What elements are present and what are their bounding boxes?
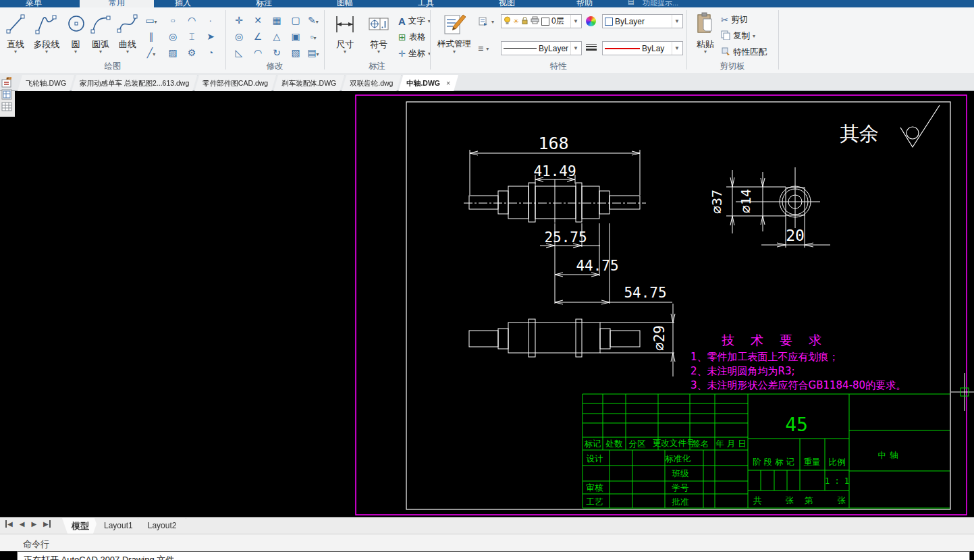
tech-line-2: 2、未注明圆角均为R3; [691, 365, 795, 377]
open-drawing-icon[interactable] [1, 77, 13, 88]
layer-tools-button[interactable]: ▾ [478, 15, 494, 28]
spin-icon[interactable]: ↻ [269, 46, 285, 60]
next-layout-icon[interactable]: ▶ [31, 520, 36, 528]
drawing-canvas[interactable]: 168 41.49 25.75 44.75 54.75 [0, 91, 974, 517]
brush-icon [721, 47, 730, 58]
array-icon[interactable]: ▦ [269, 13, 285, 28]
linetype-value: ByLayer [539, 44, 568, 53]
tb-page-label: 第 [805, 495, 813, 505]
erase-icon[interactable]: ✕ [250, 13, 266, 28]
join-icon[interactable]: ▣ [288, 30, 304, 44]
text-button-label: 文字 [408, 16, 425, 27]
rectangle-icon[interactable]: ▭▾ [143, 13, 159, 28]
donut-icon[interactable]: ◎ [165, 30, 181, 44]
wipeout-icon[interactable]: ◔ [202, 46, 219, 60]
layer-select[interactable]: ☀ 0层 ▼ [501, 14, 582, 28]
menu-tab-annotate[interactable]: 标注 [236, 0, 292, 7]
lineweight-icon[interactable] [586, 43, 597, 52]
tab-model[interactable]: 模型 [62, 518, 99, 534]
doc-tab-label: 刹车装配体.DWG [281, 79, 336, 87]
close-icon[interactable]: × [446, 79, 450, 87]
explode-icon[interactable]: ▧ [288, 46, 304, 60]
rotate-icon[interactable]: ◎ [231, 30, 247, 44]
move-icon[interactable]: ✛ [231, 13, 247, 28]
coordinate-button[interactable]: ✛ 坐标 ▾ [398, 47, 431, 60]
doc-tab-zhongzhou-active[interactable]: 中轴.DWG× [398, 75, 458, 91]
selection-icon[interactable]: ▫▾ [305, 30, 321, 44]
tb-page-unit: 张 [838, 495, 846, 505]
doc-tab-shache[interactable]: 刹车装配体.DWG [273, 75, 344, 91]
chevron-down-icon: ▼ [570, 42, 580, 55]
tab-layout1-label: Layout1 [104, 521, 133, 530]
polyline-button-label: 多段线 [30, 39, 63, 49]
command-input[interactable]: 正在打开 AutoCAD 2007 Drawing 文件 [17, 551, 970, 560]
menu-tab-menu[interactable]: 菜单 [5, 0, 62, 7]
modify-panel-label: 修改 [225, 61, 324, 72]
hatch-icon[interactable]: ▨ [165, 46, 181, 60]
menu-tab-home[interactable]: 常用 [88, 0, 145, 7]
command-window-titlebar[interactable]: 命令行 [0, 534, 974, 551]
last-layout-icon[interactable]: ▶ [43, 520, 51, 528]
menu-tab-insert[interactable]: 插入 [155, 0, 211, 7]
offset-icon[interactable]: ∠ [250, 30, 266, 44]
menu-tab-tools[interactable]: 工具 [398, 0, 454, 7]
doc-tab-lingjian[interactable]: 零件部件图CAD.dwg [194, 75, 276, 91]
doc-tab-shuanglian[interactable]: 双联齿轮.dwg [342, 75, 401, 91]
chevron-down-icon: ▾ [3, 49, 28, 55]
coordinate-icon: ✛ [398, 49, 406, 59]
gear-icon[interactable]: ⚙ [184, 46, 200, 60]
chevron-down-icon: ▾ [88, 49, 113, 55]
point-icon[interactable]: ∙ [202, 13, 219, 28]
parallel-lines-icon[interactable]: ∥ [143, 30, 159, 44]
doc-tab-feilunzhou[interactable]: 飞轮轴.DWG [18, 75, 74, 91]
tb-standardize: 标准化 [665, 453, 691, 464]
hatch-edit-icon[interactable]: ▤▾ [305, 46, 321, 60]
layer-tools-icon [478, 16, 489, 28]
mirror-icon[interactable]: △ [269, 30, 285, 44]
color-wheel-icon[interactable] [586, 16, 596, 29]
tb-stage-mark: 阶 段 标 记 [753, 457, 794, 467]
edit-icon[interactable]: ✎▾ [305, 13, 321, 28]
match-properties-button[interactable]: 特性匹配 [721, 45, 767, 59]
ellipse-icon[interactable]: ○ [165, 13, 181, 28]
text-button[interactable]: A 文字 ▾ [398, 14, 431, 28]
menu-bar: 菜单 常用 插入 标注 图幅 工具 视图 帮助 ▤ 功能提示... [0, 0, 974, 7]
surface-finish-icon [900, 105, 940, 147]
bulb-icon [504, 16, 511, 27]
linetype-select[interactable]: ByLayer ▼ [501, 41, 582, 55]
paste-button-label: 粘贴 [693, 39, 718, 49]
tb-design: 设计 [587, 453, 604, 464]
first-layout-icon[interactable]: ◀ [5, 520, 13, 528]
printer-icon [531, 16, 539, 26]
prev-layout-icon[interactable]: ◀ [20, 520, 25, 528]
lineweight-select[interactable]: ByLay ▼ [602, 41, 683, 55]
bolt-icon[interactable]: ⌶ [184, 30, 200, 44]
doc-tab-danche[interactable]: 家用动感单车 总装配图2...613.dwg [72, 75, 197, 91]
copy-button[interactable]: 复制 ▾ [721, 29, 755, 43]
pointer-icon[interactable]: ➤ [202, 30, 219, 44]
layout-frame [356, 95, 967, 515]
table-button-label: 表格 [409, 32, 426, 43]
color-select[interactable]: ByLayer ▼ [602, 14, 683, 28]
tab-layout1[interactable]: Layout1 [94, 518, 142, 534]
cut-button[interactable]: ✂ 剪切 [721, 13, 748, 26]
menu-tab-view[interactable]: 视图 [479, 0, 535, 7]
stretch-icon[interactable]: ◺ [231, 46, 247, 60]
match-properties-label: 特性匹配 [733, 47, 767, 58]
lineweight-value: ByLay [642, 44, 664, 53]
copy-object-icon[interactable]: ▢ [288, 13, 304, 28]
menu-tab-sheet[interactable]: 图幅 [317, 0, 373, 7]
linetype-tools-button[interactable]: ≡ ▾ [478, 42, 489, 55]
tb-change-no: 更改文件号 [653, 438, 695, 448]
tab-layout2[interactable]: Layout2 [138, 518, 186, 534]
construction-line-icon[interactable]: ╱▾ [143, 46, 159, 60]
paste-icon [693, 11, 718, 39]
fillet-icon[interactable]: ◠ [250, 46, 266, 60]
arc-segment-icon[interactable]: ◠ [184, 13, 200, 28]
menu-tab-help[interactable]: 帮助 [556, 0, 613, 7]
line-icon [3, 11, 28, 39]
table-button[interactable]: ⊞ 表格 [398, 30, 426, 44]
crosshair-cursor [951, 373, 974, 411]
chevron-down-icon: ▾ [486, 46, 489, 52]
hint-text: 功能提示... [643, 0, 678, 7]
